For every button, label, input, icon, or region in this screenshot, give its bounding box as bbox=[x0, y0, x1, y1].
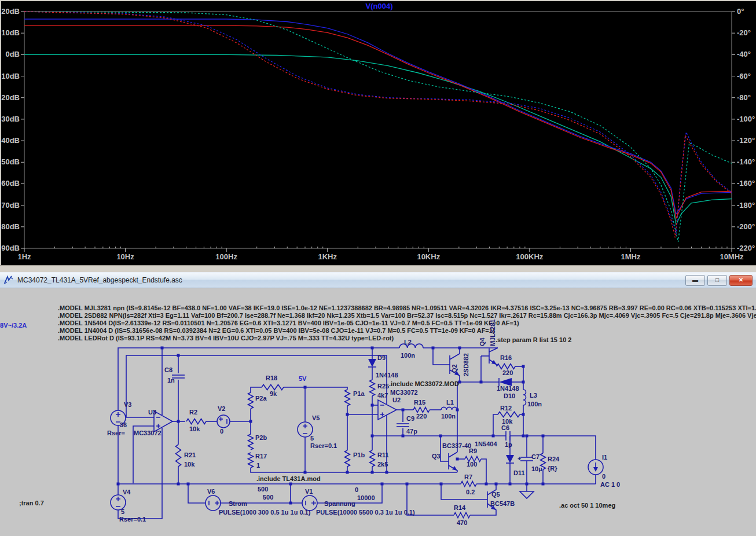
label-r21[interactable]: R21 bbox=[184, 451, 196, 458]
label-l2[interactable]: L2 bbox=[404, 339, 412, 346]
directive-model-1n5404[interactable]: .MODEL 1N5404 D(IS=2.61339e-12 RS=0.0110… bbox=[58, 320, 519, 326]
label-v3-rser[interactable]: Rser= bbox=[107, 429, 125, 436]
directive-ac[interactable]: .ac oct 50 1 10meg bbox=[559, 502, 615, 509]
label-c9[interactable]: C9 bbox=[406, 415, 414, 422]
directive-include-mc33072[interactable]: .include MC33072.MOD bbox=[389, 380, 459, 387]
label-r24[interactable]: R24 bbox=[548, 456, 560, 462]
label-c6-value[interactable]: 1p bbox=[505, 441, 512, 448]
minimize-button[interactable]: ▬ bbox=[685, 275, 705, 286]
label-p2a[interactable]: P2a bbox=[255, 395, 267, 402]
label-v6-pulse[interactable]: PULSE(1000 300 0.5 1u 1u 0.1) bbox=[219, 509, 311, 516]
label-i1-value[interactable]: 0 bbox=[602, 473, 605, 480]
directive-model-1n4004[interactable]: .MODEL 1N4004 D (IS=5.31656e-08 RS=0.039… bbox=[58, 327, 495, 334]
label-c7-value[interactable]: 10µ bbox=[531, 465, 542, 472]
net-label-input[interactable]: 28V~/3.2A bbox=[0, 322, 27, 329]
label-r11-value[interactable]: 2k5 bbox=[377, 461, 388, 468]
close-button[interactable]: ✕ bbox=[729, 275, 753, 286]
label-v2-value[interactable]: 0 bbox=[220, 428, 223, 435]
label-v4-value[interactable]: 5 bbox=[121, 508, 124, 515]
label-r2[interactable]: R2 bbox=[189, 409, 197, 416]
label-v6-flag[interactable]: Strom bbox=[229, 500, 247, 507]
label-q4-type[interactable]: MJL3281 bbox=[489, 320, 496, 346]
label-q4[interactable]: Q4 bbox=[479, 337, 486, 346]
label-l1[interactable]: L1 bbox=[446, 399, 454, 406]
label-v6-500b[interactable]: 500 bbox=[263, 494, 273, 501]
label-r25[interactable]: R25 bbox=[377, 383, 389, 390]
label-r24-value[interactable]: {R} bbox=[548, 465, 557, 472]
label-r11[interactable]: R11 bbox=[377, 451, 389, 458]
label-q5[interactable]: Q5 bbox=[491, 491, 500, 498]
label-v1[interactable]: V1 bbox=[305, 488, 313, 495]
schematic-pane[interactable]: 28V~/3.2A 5V .MODEL MJL3281 npn (IS=9.81… bbox=[0, 288, 756, 536]
directive-model-ledrot[interactable]: .MODEL LEDRot D (IS=93.1P RS=42M N=3.73 … bbox=[58, 335, 394, 342]
label-v2[interactable]: V2 bbox=[218, 405, 225, 412]
directive-step[interactable]: .step param R list 15 10 2 bbox=[496, 336, 571, 343]
label-d10-type[interactable]: 1N4148 bbox=[497, 385, 519, 392]
label-q3[interactable]: Q3 bbox=[432, 453, 441, 460]
label-v1-pulse[interactable]: PULSE(10000 5500 0.3 1u 1u 0.1) bbox=[316, 509, 415, 516]
label-v1-flag[interactable]: Spannung bbox=[324, 500, 355, 507]
directive-model-2sd882[interactable]: .MODEL 2SD882 NPN(Is=282f Xti=3 Eg=1.11 … bbox=[58, 312, 756, 319]
label-r14-value[interactable]: 470 bbox=[457, 519, 467, 526]
label-v3-value[interactable]: 36 bbox=[120, 421, 127, 428]
label-r21-value[interactable]: 10k bbox=[184, 461, 195, 468]
titlebar[interactable]: MC34072_TL431A_5VRef_abgespeckt_Endstufe… bbox=[0, 272, 756, 288]
label-c9-value[interactable]: 47p bbox=[406, 428, 417, 435]
label-r18[interactable]: R18 bbox=[266, 375, 277, 381]
label-v6-500a[interactable]: 500 bbox=[258, 486, 268, 493]
label-d9[interactable]: D9 bbox=[377, 354, 386, 361]
directive-tran[interactable]: ;tran 0.7 bbox=[19, 500, 44, 506]
label-c8[interactable]: C8 bbox=[164, 366, 173, 373]
maximize-button[interactable]: □ bbox=[707, 275, 727, 286]
label-v6[interactable]: V6 bbox=[207, 488, 215, 495]
label-d9-type[interactable]: 1N4148 bbox=[376, 372, 398, 379]
label-r7-value[interactable]: 0.2 bbox=[466, 489, 475, 495]
label-v4[interactable]: V4 bbox=[123, 489, 131, 495]
label-q2-type[interactable]: 2SD882 bbox=[463, 353, 469, 376]
label-v5[interactable]: V5 bbox=[312, 414, 320, 421]
label-r14[interactable]: R14 bbox=[454, 504, 466, 511]
label-d11[interactable]: D11 bbox=[513, 469, 525, 476]
label-l3-value[interactable]: 100n bbox=[527, 401, 542, 407]
label-v5-value[interactable]: 5 bbox=[310, 435, 314, 442]
label-i1[interactable]: I1 bbox=[602, 454, 607, 461]
label-v1-10000[interactable]: 10000 bbox=[357, 494, 375, 501]
capacitors[interactable] bbox=[172, 375, 533, 461]
label-i1-ac[interactable]: AC 1 0 bbox=[600, 481, 620, 488]
label-v1-0[interactable]: 0 bbox=[355, 486, 358, 493]
label-l1-value[interactable]: 100n bbox=[441, 413, 456, 420]
label-c7[interactable]: C7 bbox=[531, 453, 540, 460]
label-r7[interactable]: R7 bbox=[464, 473, 472, 480]
label-l3[interactable]: L3 bbox=[530, 392, 537, 399]
label-r17[interactable]: R17 bbox=[255, 453, 267, 460]
label-r16-value[interactable]: 220 bbox=[502, 369, 513, 376]
label-v4-rser[interactable]: Rser=0.1 bbox=[119, 516, 146, 523]
label-r2-value[interactable]: 10k bbox=[189, 425, 200, 432]
label-r18-value[interactable]: 9k bbox=[270, 390, 277, 397]
label-d11-type[interactable]: 1N5404 bbox=[475, 440, 497, 447]
label-r9-value[interactable]: 100 bbox=[467, 461, 477, 468]
label-q3-type[interactable]: BC337-40 bbox=[442, 442, 471, 449]
label-r9[interactable]: R9 bbox=[469, 447, 477, 454]
net-label-5v[interactable]: 5V bbox=[299, 375, 307, 382]
label-d10[interactable]: D10 bbox=[504, 392, 515, 399]
label-r25-value[interactable]: 4k7 bbox=[377, 392, 388, 399]
plot-title[interactable]: V(n004) bbox=[366, 2, 393, 10]
label-u2[interactable]: U2 bbox=[392, 397, 401, 403]
waveform-pane[interactable]: V(n004) 20dB10dB0dB-10dB-20dB-30dB-40dB-… bbox=[0, 0, 756, 265]
label-r15-value[interactable]: 220 bbox=[416, 413, 427, 420]
directive-include-tl431a[interactable]: .include TL431A.mod bbox=[256, 475, 321, 482]
label-u3[interactable]: U3 bbox=[148, 409, 156, 416]
label-r12[interactable]: R12 bbox=[500, 405, 512, 412]
label-q5-type[interactable]: BC547B bbox=[490, 500, 515, 507]
label-c6[interactable]: C6 bbox=[501, 424, 509, 431]
directive-model-mjl3281[interactable]: .MODEL MJL3281 npn (IS=9.8145e-12 BF=438… bbox=[58, 304, 756, 311]
label-r16[interactable]: R16 bbox=[500, 354, 512, 361]
label-r15[interactable]: R15 bbox=[414, 399, 425, 406]
ground-symbol[interactable] bbox=[520, 491, 534, 498]
label-p1a[interactable]: P1a bbox=[353, 390, 365, 397]
label-u2-model[interactable]: MC33072 bbox=[390, 389, 418, 396]
label-v3[interactable]: V3 bbox=[124, 401, 131, 408]
label-v5-rser[interactable]: Rser=0.1 bbox=[310, 442, 337, 449]
label-p2b[interactable]: P2b bbox=[255, 434, 267, 441]
